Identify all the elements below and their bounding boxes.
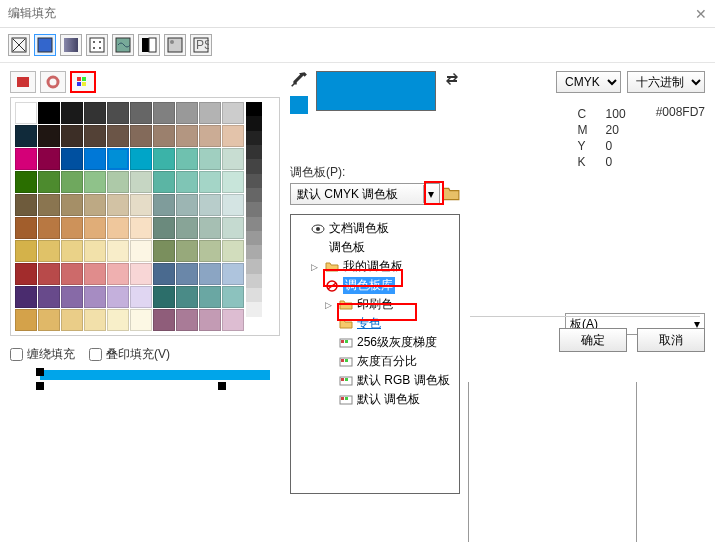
swatch[interactable]	[84, 286, 106, 308]
eyedropper-icon[interactable]	[290, 71, 308, 89]
swap-colors-icon[interactable]	[444, 71, 460, 87]
swatch[interactable]	[199, 309, 221, 331]
swatch[interactable]	[222, 217, 244, 239]
swatch[interactable]	[15, 286, 37, 308]
swatch[interactable]	[84, 309, 106, 331]
swatch[interactable]	[199, 263, 221, 285]
swatch[interactable]	[61, 102, 83, 124]
swatch[interactable]	[15, 240, 37, 262]
wheel-tab[interactable]	[40, 71, 66, 93]
close-icon[interactable]: ✕	[695, 6, 707, 22]
swatch[interactable]	[222, 102, 244, 124]
fill-twocolor-button[interactable]	[138, 34, 160, 56]
swatch[interactable]	[153, 148, 175, 170]
swatch[interactable]	[38, 194, 60, 216]
swatch[interactable]	[84, 240, 106, 262]
swatch[interactable]	[38, 263, 60, 285]
fill-solid-button[interactable]	[34, 34, 56, 56]
dropdown-item[interactable]: 专色	[293, 314, 457, 333]
swatch[interactable]	[84, 263, 106, 285]
dropdown-item[interactable]: ▷我的调色板	[293, 257, 457, 276]
swatch[interactable]	[15, 263, 37, 285]
color-model-select[interactable]: CMYK	[556, 71, 621, 93]
swatch[interactable]	[176, 171, 198, 193]
dropdown-item[interactable]: 默认 RGB 调色板	[293, 371, 457, 390]
chevron-down-icon[interactable]: ▾	[423, 185, 437, 203]
ok-button[interactable]: 确定	[559, 328, 627, 352]
fill-none-button[interactable]	[8, 34, 30, 56]
swatch[interactable]	[84, 148, 106, 170]
swatch[interactable]	[15, 194, 37, 216]
swatch[interactable]	[61, 286, 83, 308]
fill-postscript-button[interactable]: PS	[190, 34, 212, 56]
swatch[interactable]	[176, 309, 198, 331]
swatch[interactable]	[107, 286, 129, 308]
swatch[interactable]	[107, 240, 129, 262]
selection-handle[interactable]	[218, 382, 226, 390]
mixer-tab[interactable]	[10, 71, 36, 93]
swatch[interactable]	[107, 263, 129, 285]
swatch[interactable]	[15, 171, 37, 193]
swatch[interactable]	[222, 194, 244, 216]
swatch[interactable]	[153, 171, 175, 193]
swatch[interactable]	[130, 263, 152, 285]
swatch[interactable]	[38, 286, 60, 308]
selection-handle[interactable]	[36, 368, 44, 376]
swatch[interactable]	[61, 125, 83, 147]
swatch[interactable]	[84, 171, 106, 193]
swatch[interactable]	[199, 240, 221, 262]
swatch[interactable]	[61, 309, 83, 331]
swatch[interactable]	[61, 263, 83, 285]
dropdown-item[interactable]: 调色板库	[293, 276, 457, 295]
swatch[interactable]	[222, 240, 244, 262]
swatch[interactable]	[176, 263, 198, 285]
dropdown-item[interactable]: 灰度百分比	[293, 352, 457, 371]
swatch[interactable]	[199, 217, 221, 239]
fill-pattern-button[interactable]	[86, 34, 108, 56]
tint-ramp[interactable]	[246, 102, 262, 331]
swatch[interactable]	[199, 171, 221, 193]
swatch[interactable]	[130, 286, 152, 308]
overprint-checkbox[interactable]: 叠印填充(V)	[89, 346, 170, 363]
dropdown-item[interactable]: 文档调色板	[293, 219, 457, 238]
fill-bitmap-button[interactable]	[164, 34, 186, 56]
swatch[interactable]	[199, 125, 221, 147]
swatch[interactable]	[61, 171, 83, 193]
canvas-object[interactable]	[40, 370, 270, 380]
selection-handle[interactable]	[36, 382, 44, 390]
swatch[interactable]	[130, 148, 152, 170]
dropdown-item[interactable]: 调色板	[293, 238, 457, 257]
swatch[interactable]	[153, 286, 175, 308]
swatch[interactable]	[84, 194, 106, 216]
swatch[interactable]	[199, 286, 221, 308]
dropdown-item[interactable]: 256级灰度梯度	[293, 333, 457, 352]
swatch[interactable]	[15, 125, 37, 147]
swatch[interactable]	[38, 102, 60, 124]
swatch[interactable]	[38, 240, 60, 262]
swatch[interactable]	[176, 194, 198, 216]
number-format-select[interactable]: 十六进制	[627, 71, 705, 93]
swatch[interactable]	[222, 263, 244, 285]
swatch[interactable]	[153, 217, 175, 239]
swatch[interactable]	[153, 194, 175, 216]
palette-combobox[interactable]: 默认 CMYK 调色板 ▾	[290, 183, 440, 205]
swatch[interactable]	[199, 102, 221, 124]
dropdown-item[interactable]: ▷印刷色	[293, 295, 457, 314]
swatch[interactable]	[176, 240, 198, 262]
swatch[interactable]	[107, 309, 129, 331]
swatch[interactable]	[84, 102, 106, 124]
dropdown-item[interactable]: 默认 调色板	[293, 390, 457, 409]
swatch[interactable]	[130, 194, 152, 216]
open-palette-folder-icon[interactable]	[442, 185, 460, 203]
cancel-button[interactable]: 取消	[637, 328, 705, 352]
swatch[interactable]	[61, 148, 83, 170]
swatch[interactable]	[222, 148, 244, 170]
swatch[interactable]	[61, 194, 83, 216]
swatch[interactable]	[153, 240, 175, 262]
swatch[interactable]	[38, 148, 60, 170]
swatch[interactable]	[15, 309, 37, 331]
fill-gradient-button[interactable]	[60, 34, 82, 56]
fill-texture-button[interactable]	[112, 34, 134, 56]
swatch[interactable]	[130, 171, 152, 193]
swatch[interactable]	[153, 125, 175, 147]
